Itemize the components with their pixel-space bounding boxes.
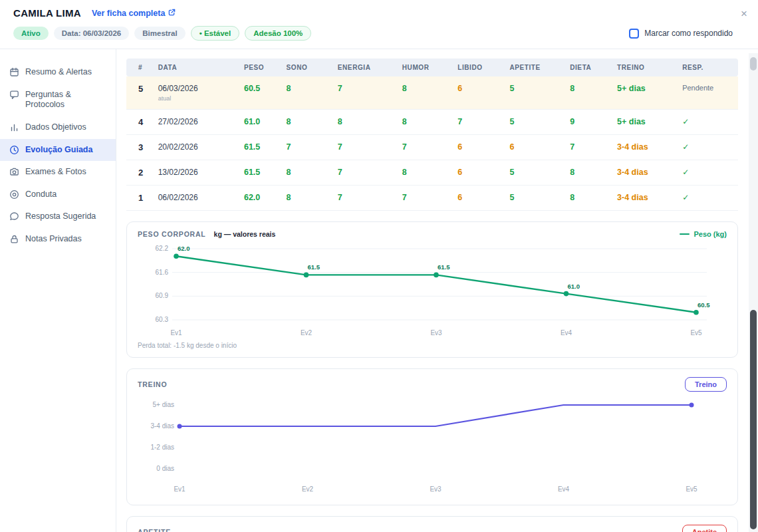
calendar-icon: [9, 67, 19, 77]
svg-text:61.0: 61.0: [568, 283, 580, 290]
cell-apetite: 5: [504, 160, 565, 186]
cell-peso: 60.5: [239, 76, 281, 110]
table-header-row: #DATAPESOSONOENERGIAHUMORLIBIDOAPETITEDI…: [126, 59, 738, 76]
cell-humor: 8: [397, 160, 452, 186]
badge-data-06-03-2026: Data: 06/03/2026: [54, 27, 130, 40]
column-header-resp: RESP.: [677, 59, 738, 76]
column-header-peso: PESO: [239, 59, 281, 76]
cell-apetite: 5: [504, 76, 565, 110]
cell-humor: 8: [397, 110, 452, 135]
cell-apetite: 6: [504, 135, 565, 160]
cell-sono: 8: [281, 110, 332, 135]
row-number: 1: [126, 186, 153, 211]
cell-dieta: 8: [565, 160, 612, 186]
sidebar-item-perguntas-protocolos[interactable]: Perguntas & Protocolos: [0, 84, 116, 116]
cell-apetite: 5: [504, 186, 565, 211]
evolution-row-4[interactable]: 427/02/202661.08887595+ dias✓: [126, 110, 738, 135]
lock-icon: [9, 234, 19, 244]
badge-bimestral: Bimestral: [134, 27, 185, 40]
sidebar-item-exames-fotos[interactable]: Exames & Fotos: [0, 161, 116, 184]
chat-icon: [9, 90, 19, 100]
sidebar-item-label: Evolução Guiada: [25, 145, 92, 156]
peso-panel-title: PESO CORPORAL: [138, 230, 206, 238]
scrollbar-thumb-top[interactable]: [750, 57, 757, 70]
svg-text:Ev1: Ev1: [170, 329, 182, 336]
cell-libido: 7: [452, 110, 504, 135]
sidebar-item-resposta-sugerida[interactable]: Resposta Sugerida: [0, 205, 116, 228]
title-row: CAMILA LIMA Ver ficha completa ×: [13, 7, 745, 19]
column-header-apetite: APETITE: [504, 59, 565, 76]
svg-text:Ev1: Ev1: [174, 485, 186, 493]
svg-text:62.0: 62.0: [178, 245, 190, 252]
external-link-icon: [168, 9, 176, 18]
sidebar-item-label: Dados Objetivos: [25, 122, 86, 133]
badge-ativo: Ativo: [13, 27, 49, 40]
row-number: 2: [126, 160, 153, 186]
svg-text:60.9: 60.9: [156, 292, 169, 299]
row-date: 06/03/2026atual: [153, 76, 239, 110]
scrollbar-thumb[interactable]: [750, 310, 757, 529]
sidebar-item-conduta[interactable]: Conduta: [0, 184, 116, 206]
cell-peso: 62.0: [239, 186, 281, 211]
header: CAMILA LIMA Ver ficha completa × AtivoDa…: [0, 0, 758, 49]
speech-icon: [9, 211, 19, 221]
sidebar-item-label: Exames & Fotos: [25, 167, 86, 178]
treino-chart: 5+ dias3-4 dias1-2 dias0 diasEv1Ev2Ev3Ev…: [138, 392, 727, 497]
column-header-dieta: DIETA: [565, 59, 612, 76]
full-record-link[interactable]: Ver ficha completa: [92, 9, 176, 18]
apetite-panel-head: APETITE Apetite: [138, 525, 727, 532]
svg-text:Ev2: Ev2: [301, 329, 313, 336]
svg-text:Ev5: Ev5: [686, 485, 697, 493]
svg-text:61.5: 61.5: [438, 263, 450, 271]
close-button[interactable]: ×: [741, 8, 747, 19]
sidebar-item-dados-objetivos[interactable]: Dados Objetivos: [0, 116, 116, 139]
apetite-filter-button[interactable]: Apetite: [682, 525, 727, 532]
cell-sono: 8: [281, 186, 332, 211]
cell-peso: 61.0: [239, 110, 281, 135]
svg-text:1-2 dias: 1-2 dias: [150, 444, 174, 451]
svg-text:Ev4: Ev4: [561, 329, 572, 336]
cell-libido: 6: [452, 186, 504, 211]
badge-est-vel: • Estável: [191, 26, 240, 41]
bar-chart-icon: [9, 122, 19, 132]
svg-text:61.6: 61.6: [156, 269, 169, 276]
cell-energia: 8: [332, 110, 397, 135]
sidebar-item-resumo-alertas[interactable]: Resumo & Alertas: [0, 61, 116, 84]
badge-row: AtivoData: 06/03/2026Bimestral• EstávelA…: [13, 26, 745, 41]
evolution-row-1[interactable]: 106/02/202662.08776583-4 dias✓: [126, 186, 738, 211]
evolution-row-3[interactable]: 320/02/202661.57776673-4 dias✓: [126, 135, 738, 160]
cell-peso: 61.5: [239, 135, 281, 160]
cell-apetite: 5: [504, 110, 565, 135]
sidebar-item-notas-privadas[interactable]: Notas Privadas: [0, 228, 116, 251]
cell-dieta: 8: [565, 76, 612, 110]
row-date: 20/02/2026: [153, 135, 239, 160]
sidebar-item-evolu-o-guiada[interactable]: Evolução Guiada: [0, 139, 116, 162]
sidebar-item-label: Perguntas & Protocolos: [25, 90, 106, 110]
legend-label: Peso (kg): [694, 230, 727, 238]
evolution-table: #DATAPESOSONOENERGIAHUMORLIBIDOAPETITEDI…: [126, 59, 738, 211]
cell-energia: 7: [332, 186, 397, 211]
cell-dieta: 8: [565, 186, 612, 211]
treino-filter-button[interactable]: Treino: [685, 377, 727, 392]
cell-humor: 7: [397, 186, 452, 211]
mark-responded[interactable]: Marcar como respondido: [629, 29, 733, 39]
column-header-energia: ENERGIA: [332, 59, 397, 76]
cell-humor: 7: [397, 135, 452, 160]
evolution-row-5[interactable]: 506/03/2026atual60.58786585+ diasPendent…: [126, 76, 738, 110]
cell-treino: 3-4 dias: [612, 160, 677, 186]
svg-text:Ev3: Ev3: [430, 329, 442, 336]
sidebar-item-label: Resposta Sugerida: [25, 211, 96, 222]
vertical-scrollbar[interactable]: [749, 53, 758, 532]
apetite-panel-title: APETITE: [138, 528, 171, 532]
clock-icon: [9, 145, 19, 155]
peso-panel: PESO CORPORAL kg — valores reais Peso (k…: [126, 221, 738, 358]
svg-text:61.5: 61.5: [308, 263, 320, 271]
cell-dieta: 9: [565, 110, 612, 135]
cell-energia: 7: [332, 76, 397, 110]
evolution-row-2[interactable]: 213/02/202661.58786583-4 dias✓: [126, 160, 738, 186]
svg-text:0 dias: 0 dias: [156, 465, 174, 472]
row-date: 13/02/2026: [153, 160, 239, 186]
main-content: #DATAPESOSONOENERGIAHUMORLIBIDOAPETITEDI…: [116, 49, 758, 532]
mark-responded-checkbox[interactable]: [629, 29, 639, 39]
mark-responded-label: Marcar como respondido: [644, 29, 733, 38]
